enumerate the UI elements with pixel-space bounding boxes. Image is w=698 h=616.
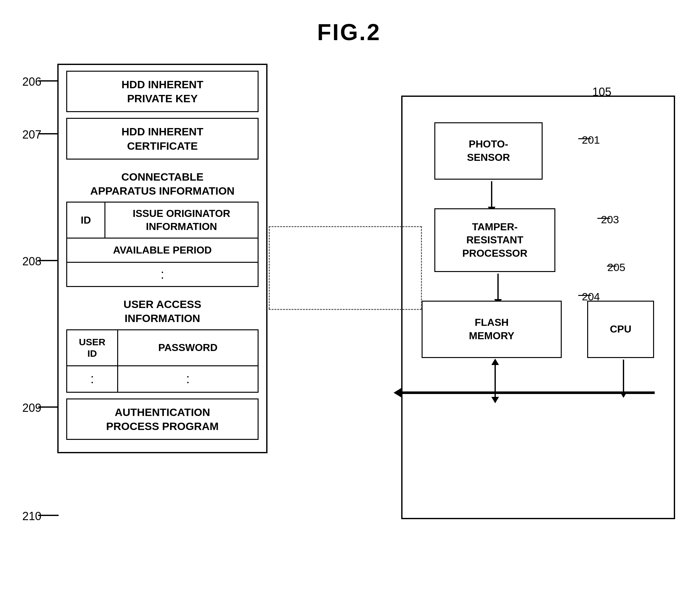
ref-207: 207 <box>22 128 41 141</box>
ref-105: 105 <box>592 85 611 99</box>
dashed-right <box>421 226 422 309</box>
ref-207-line <box>38 133 59 134</box>
ref-210-line <box>38 515 59 516</box>
user-access-section: USER ID PASSWORD : : <box>66 329 259 393</box>
flash-memory-box: FLASH MEMORY <box>422 301 562 358</box>
arrow-flash-bus-top <box>491 359 499 403</box>
ref-206-line <box>38 80 59 82</box>
dashed-bottom <box>269 309 422 310</box>
ref-203: 203 <box>601 214 619 226</box>
ref-210: 210 <box>22 510 41 523</box>
auth-process-box: AUTHENTICATION PROCESS PROGRAM <box>66 398 259 440</box>
dashed-left <box>269 226 270 309</box>
userid-dots: : <box>67 366 118 392</box>
user-row-dots: : : <box>67 365 257 392</box>
ref-204: 204 <box>582 290 600 303</box>
figure-title: FIG.2 <box>0 19 698 45</box>
hdd-certificate-box: HDD INHERENT CERTIFICATE <box>66 118 259 159</box>
hdd-panel: HDD INHERENT PRIVATE KEY HDD INHERENT CE… <box>57 64 267 453</box>
ref-204-line <box>578 295 591 296</box>
connectable-label: CONNECTABLE APPARATUS INFORMATION <box>59 165 266 200</box>
ref-208: 208 <box>22 255 41 268</box>
user-row-header: USER ID PASSWORD <box>67 330 257 365</box>
ref-208-line <box>38 260 59 261</box>
ref-201-line <box>578 138 591 139</box>
cpu-box: CPU <box>587 301 654 358</box>
id-cell: ID <box>67 203 106 237</box>
ref-209: 209 <box>22 401 41 415</box>
connectable-section: ID ISSUE ORIGINATOR INFORMATION AVAILABL… <box>66 202 259 287</box>
hdd-private-key-box: HDD INHERENT PRIVATE KEY <box>66 71 259 112</box>
right-panel-105: PHOTO- SENSOR TAMPER- RESISTANT PROCESSO… <box>401 96 675 519</box>
dashed-top <box>269 226 422 227</box>
ref-203-line <box>597 218 610 219</box>
connectable-dots: : <box>67 262 257 286</box>
bus-horizontal <box>401 392 655 394</box>
userid-cell: USER ID <box>67 330 118 365</box>
connectable-row-1: ID ISSUE ORIGINATOR INFORMATION <box>67 203 257 237</box>
bus-arrow-left <box>394 387 403 398</box>
ref-205: 205 <box>607 261 625 274</box>
password-cell: PASSWORD <box>118 330 257 365</box>
diagram-container: HDD INHERENT PRIVATE KEY HDD INHERENT CE… <box>19 51 688 599</box>
password-dots: : <box>118 366 257 392</box>
tamper-resistant-box: TAMPER- RESISTANT PROCESSOR <box>434 208 555 272</box>
ref-205-line <box>607 266 616 266</box>
photosensor-box: PHOTO- SENSOR <box>434 122 543 180</box>
available-row: AVAILABLE PERIOD <box>67 237 257 262</box>
ref-209-line <box>38 407 59 408</box>
user-access-label: USER ACCESS INFORMATION <box>59 293 266 327</box>
ref-201: 201 <box>582 134 600 146</box>
issue-cell: ISSUE ORIGINATOR INFORMATION <box>106 203 257 237</box>
ref-206: 206 <box>22 75 41 88</box>
